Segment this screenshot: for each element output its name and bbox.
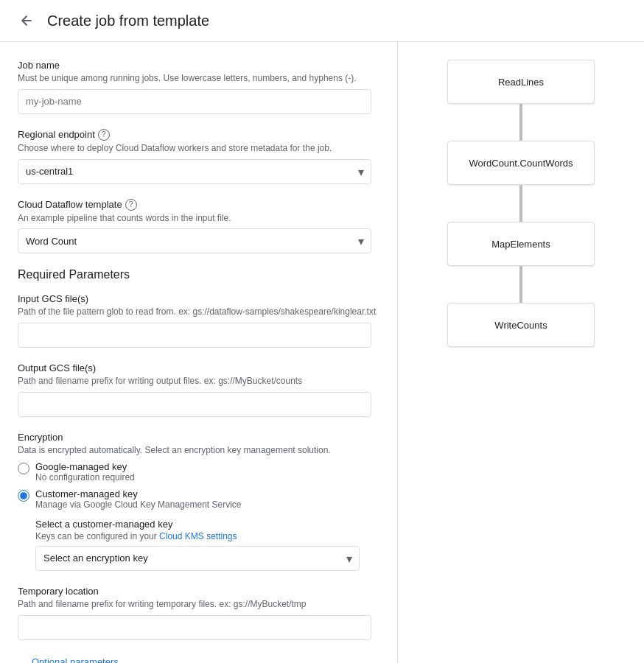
customer-key-sublabel: Manage via Google Cloud Key Management S… bbox=[35, 499, 242, 510]
customer-key-option: Customer-managed key Manage via Google C… bbox=[18, 488, 379, 510]
pipeline-connector-1 bbox=[519, 104, 522, 141]
output-gcs-help: Path and filename prefix for writing out… bbox=[18, 375, 379, 387]
encryption-group: Encryption Data is encrypted automatical… bbox=[18, 432, 379, 571]
page-header: Create job from template bbox=[0, 0, 644, 42]
encryption-label: Encryption bbox=[18, 432, 379, 443]
temp-location-input[interactable] bbox=[18, 615, 371, 640]
optional-parameters-label: Optional parameters bbox=[32, 656, 119, 663]
required-parameters-section: Required Parameters Input GCS file(s) Pa… bbox=[18, 268, 379, 639]
pipeline-graph: ReadLines WordCount.CountWords MapElemen… bbox=[447, 60, 595, 347]
customer-key-label: Customer-managed key bbox=[35, 488, 242, 499]
pipeline-node-countwords: WordCount.CountWords bbox=[447, 141, 595, 185]
template-group: Cloud Dataflow template ? An example pip… bbox=[18, 199, 379, 254]
encryption-radio-group: Google-managed key No configuration requ… bbox=[18, 461, 379, 510]
back-button[interactable] bbox=[15, 9, 38, 32]
input-gcs-group: Input GCS file(s) Path of the file patte… bbox=[18, 293, 379, 348]
kms-link[interactable]: Cloud KMS settings bbox=[159, 531, 237, 541]
template-label: Cloud Dataflow template ? bbox=[18, 199, 379, 211]
regional-endpoint-label: Regional endpoint ? bbox=[18, 129, 379, 141]
encryption-help: Data is encrypted automatically. Select … bbox=[18, 444, 379, 457]
customer-key-radio[interactable] bbox=[18, 490, 29, 502]
template-select[interactable]: Word Count Pub/Sub to BigQuery Datastore… bbox=[18, 228, 371, 253]
temp-location-group: Temporary location Path and filename pre… bbox=[18, 586, 379, 640]
job-name-help: Must be unique among running jobs. Use l… bbox=[18, 72, 379, 85]
google-key-label: Google-managed key bbox=[35, 461, 135, 472]
pipeline-node-readlines: ReadLines bbox=[447, 60, 595, 104]
job-name-group: Job name Must be unique among running jo… bbox=[18, 60, 379, 114]
left-panel: Job name Must be unique among running jo… bbox=[0, 42, 398, 663]
job-name-label: Job name bbox=[18, 60, 379, 71]
output-gcs-label: Output GCS file(s) bbox=[18, 362, 379, 373]
regional-endpoint-select-wrapper: us-central1 us-east1 us-west1 europe-wes… bbox=[18, 159, 371, 184]
input-gcs-help: Path of the file pattern glob to read fr… bbox=[18, 306, 379, 318]
optional-parameters-toggle[interactable]: ⌄ Optional parameters bbox=[18, 655, 379, 663]
right-panel: ReadLines WordCount.CountWords MapElemen… bbox=[398, 42, 644, 663]
job-name-input[interactable] bbox=[18, 89, 371, 114]
input-gcs-input[interactable] bbox=[18, 323, 371, 348]
google-key-radio[interactable] bbox=[18, 463, 29, 474]
pipeline-connector-2 bbox=[519, 185, 522, 222]
required-parameters-title: Required Parameters bbox=[18, 268, 379, 281]
google-key-option: Google-managed key No configuration requ… bbox=[18, 461, 379, 483]
pipeline-node-mapelements: MapElements bbox=[447, 222, 595, 266]
temp-location-label: Temporary location bbox=[18, 586, 379, 597]
output-gcs-input[interactable] bbox=[18, 392, 371, 417]
select-key-sublabel: Keys can be configured in your Cloud KMS… bbox=[35, 531, 379, 541]
encryption-key-select[interactable]: Select an encryption key bbox=[35, 546, 360, 571]
select-key-label: Select a customer-managed key bbox=[35, 519, 379, 530]
content-area: Job name Must be unique among running jo… bbox=[0, 42, 644, 663]
template-select-wrapper: Word Count Pub/Sub to BigQuery Datastore… bbox=[18, 228, 371, 253]
page-title: Create job from template bbox=[47, 13, 209, 29]
pipeline-connector-3 bbox=[519, 266, 522, 303]
pipeline-node-writecounts: WriteCounts bbox=[447, 303, 595, 347]
regional-endpoint-group: Regional endpoint ? Choose where to depl… bbox=[18, 129, 379, 184]
output-gcs-group: Output GCS file(s) Path and filename pre… bbox=[18, 362, 379, 417]
input-gcs-label: Input GCS file(s) bbox=[18, 293, 379, 304]
regional-endpoint-help: Choose where to deploy Cloud Dataflow wo… bbox=[18, 142, 379, 155]
google-key-sublabel: No configuration required bbox=[35, 472, 135, 483]
optional-chevron-icon: ⌄ bbox=[18, 655, 27, 663]
regional-endpoint-select[interactable]: us-central1 us-east1 us-west1 europe-wes… bbox=[18, 159, 371, 184]
template-help-icon[interactable]: ? bbox=[125, 199, 137, 211]
temp-location-help: Path and filename prefix for writing tem… bbox=[18, 598, 379, 611]
encryption-key-select-wrapper: Select an encryption key ▾ bbox=[35, 546, 360, 571]
customer-key-section: Select a customer-managed key Keys can b… bbox=[35, 519, 379, 571]
template-help: An example pipeline that counts words in… bbox=[18, 212, 379, 225]
regional-endpoint-help-icon[interactable]: ? bbox=[98, 129, 110, 141]
